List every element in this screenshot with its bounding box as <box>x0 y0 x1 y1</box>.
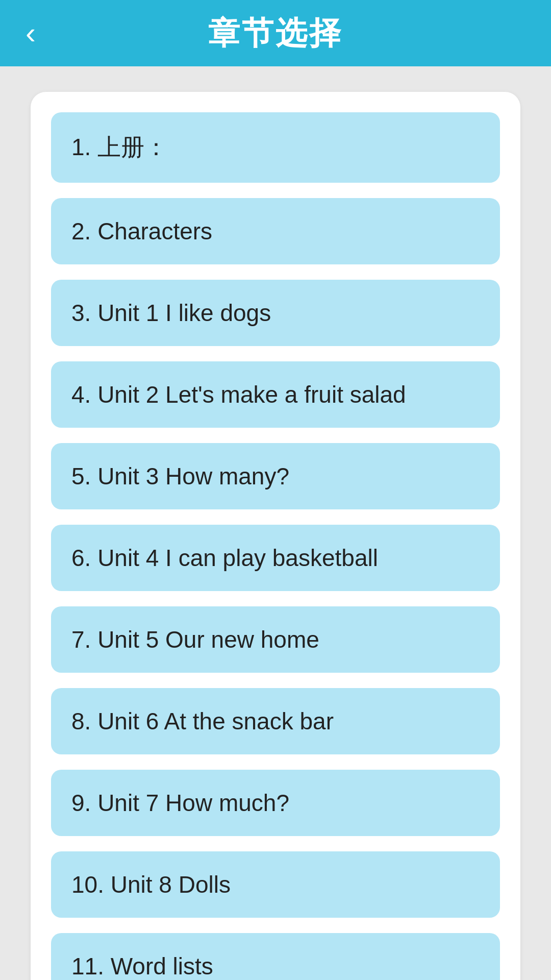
list-item-label: 2. Characters <box>71 217 212 245</box>
list-item-label: 7. Unit 5 Our new home <box>71 626 319 653</box>
list-item[interactable]: 3. Unit 1 I like dogs <box>51 280 500 346</box>
page-title: 章节选择 <box>208 12 343 55</box>
chapter-list-card: 1. 上册：2. Characters3. Unit 1 I like dogs… <box>31 92 520 980</box>
list-item[interactable]: 8. Unit 6 At the snack bar <box>51 688 500 754</box>
list-item[interactable]: 10. Unit 8 Dolls <box>51 851 500 918</box>
list-item[interactable]: 4. Unit 2 Let's make a fruit salad <box>51 361 500 428</box>
list-item-label: 5. Unit 3 How many? <box>71 462 289 490</box>
list-item[interactable]: 6. Unit 4 I can play basketball <box>51 525 500 591</box>
list-item-label: 8. Unit 6 At the snack bar <box>71 707 334 735</box>
list-item-label: 1. 上册： <box>71 132 168 163</box>
back-button[interactable]: ‹ <box>26 18 36 48</box>
list-item-label: 3. Unit 1 I like dogs <box>71 299 271 327</box>
list-item-label: 10. Unit 8 Dolls <box>71 871 231 898</box>
app-header: ‹ 章节选择 <box>0 0 551 66</box>
list-item[interactable]: 1. 上册： <box>51 112 500 183</box>
list-item-label: 6. Unit 4 I can play basketball <box>71 544 378 572</box>
list-item-label: 11. Word lists <box>71 952 213 980</box>
content-area: 1. 上册：2. Characters3. Unit 1 I like dogs… <box>0 66 551 980</box>
list-item[interactable]: 2. Characters <box>51 198 500 264</box>
list-item-label: 4. Unit 2 Let's make a fruit salad <box>71 381 406 408</box>
list-item-label: 9. Unit 7 How much? <box>71 789 289 817</box>
list-item[interactable]: 11. Word lists <box>51 933 500 980</box>
list-item[interactable]: 5. Unit 3 How many? <box>51 443 500 509</box>
list-item[interactable]: 9. Unit 7 How much? <box>51 770 500 836</box>
list-item[interactable]: 7. Unit 5 Our new home <box>51 606 500 673</box>
